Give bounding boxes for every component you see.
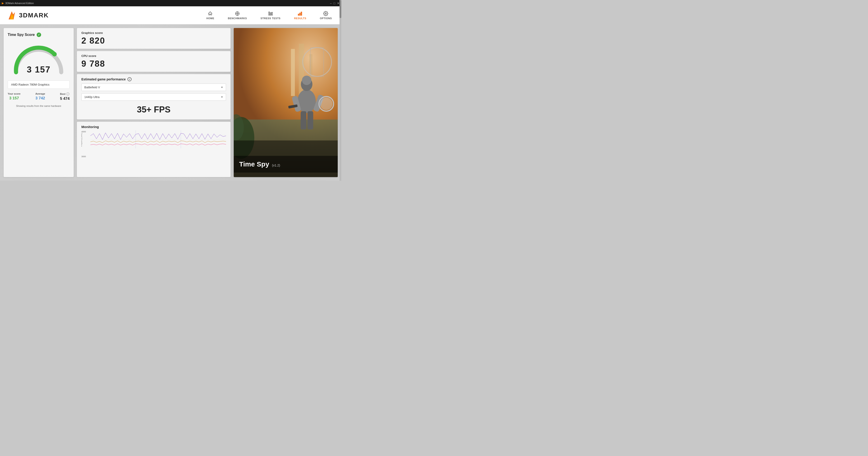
svg-rect-4 [269,12,270,15]
svg-point-28 [302,76,311,85]
nav-home[interactable]: HOME [204,9,217,22]
svg-point-11 [52,52,57,57]
stress-tests-icon [268,11,273,16]
results-icon [298,11,303,16]
monitoring-card: Monitoring 4000 3000 Frequency (MHz) [77,122,230,177]
gpu-name: AMD Radeon 780M Graphics [8,80,70,89]
svg-rect-31 [301,111,306,129]
game-dropdown[interactable]: Battlefield V ▼ [81,84,226,91]
main-content: Time Spy Score ✓ 3 157 AMD Radeon 780M G… [0,24,341,181]
monitoring-chart-svg [90,131,226,149]
gauge-container: 3 157 [8,41,70,77]
window-controls[interactable]: – □ ✕ [330,2,340,5]
best-score-col: Best i 5 474 [60,92,70,101]
your-score-col: Your score 3 157 [8,92,21,101]
benchmark-label: Time Spy (v1.2) [234,156,338,172]
svg-point-3 [237,13,238,14]
game-dropdown-arrow-icon: ▼ [221,86,223,89]
svg-point-35 [320,98,333,110]
logo-flame-icon [7,10,17,20]
benchmarks-icon [235,11,240,16]
gauge-score-value: 3 157 [27,65,51,74]
resolution-dropdown-arrow-icon: ▼ [221,96,223,98]
center-panel: Graphics score 2 820 CPU score 9 788 Est… [77,28,230,177]
game-perf-card: Estimated game performance i Battlefield… [77,74,230,120]
minimize-button[interactable]: – [330,2,332,5]
cpu-score-label: CPU score [81,54,226,58]
fps-value: 35+ FPS [81,103,226,116]
svg-rect-6 [272,12,272,15]
average-score-col: Average 3 742 [35,92,45,101]
close-button[interactable]: ✕ [337,2,340,5]
cpu-score-card: CPU score 9 788 [77,51,230,72]
time-spy-score-title: Time Spy Score ✓ [8,33,70,37]
cpu-score-value: 9 788 [81,59,226,69]
svg-rect-8 [300,13,301,15]
nav-options[interactable]: OPTIONS [317,9,335,22]
nav-stress-tests[interactable]: STRESS TESTS [258,9,283,22]
monitoring-chart: 4000 3000 Frequency (MHz) [81,131,226,158]
svg-rect-32 [307,111,313,129]
benchmark-image: Time Spy (v1.2) [234,28,338,177]
logo: 3DMARK [7,10,49,20]
graphics-score-card: Graphics score 2 820 [77,28,230,49]
graphics-score-value: 2 820 [81,36,226,45]
game-perf-title: Estimated game performance [81,77,126,81]
nav-items: HOME BENCHMARKS STRESS TESTS [204,9,335,22]
best-info-icon[interactable]: i [66,92,69,96]
left-panel: Time Spy Score ✓ 3 157 AMD Radeon 780M G… [4,28,74,177]
logo-text: 3DMARK [19,12,49,19]
game-perf-header: Estimated game performance i [81,77,226,81]
nav-results[interactable]: RESULTS [291,9,309,22]
game-perf-info-icon[interactable]: i [127,77,131,81]
app-icon: ▶ [2,2,4,5]
title-bar: ▶ 3DMark Advanced Edition – □ ✕ [0,0,341,6]
home-icon [208,11,213,16]
monitoring-title: Monitoring [81,125,226,129]
app-title: 3DMark Advanced Edition [5,2,34,4]
scrollbar-thumb[interactable] [340,0,341,18]
chart-y-axis: 4000 3000 Frequency (MHz) [81,131,90,158]
verified-icon: ✓ [37,33,41,37]
chart-y-label-freq: Frequency (MHz) [81,133,83,147]
svg-rect-9 [301,12,302,15]
title-bar-left: ▶ 3DMark Advanced Edition [2,2,34,5]
nav-bar: 3DMARK HOME BENCHMARKS STRESS TESTS [0,6,341,24]
svg-rect-7 [298,14,299,15]
graphics-score-label: Graphics score [81,31,226,35]
scrollbar[interactable] [340,0,341,181]
maximize-button[interactable]: □ [333,2,335,5]
score-comparison: Your score 3 157 Average 3 742 Best i 5 … [8,92,70,101]
scene-decoration [234,28,338,177]
nav-benchmarks[interactable]: BENCHMARKS [225,9,250,22]
showing-results-text: Showing results from the same hardware [8,105,70,107]
best-score-info: Best i [60,92,70,96]
svg-point-10 [325,13,327,14]
right-panel: Time Spy (v1.2) [234,28,338,177]
resolution-dropdown[interactable]: 1440p Ultra ▼ [81,93,226,101]
options-icon [323,11,328,16]
svg-rect-5 [270,13,271,15]
svg-rect-19 [291,49,295,96]
